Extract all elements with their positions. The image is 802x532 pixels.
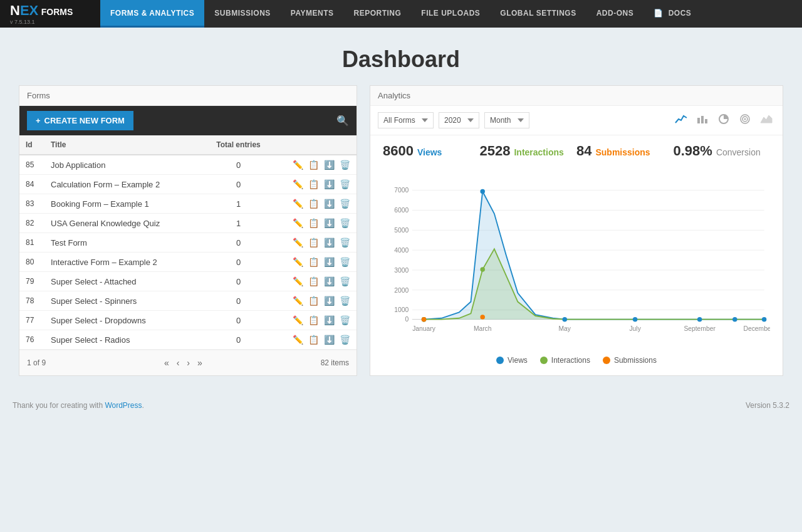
chart-type-icons [672, 113, 775, 128]
logo-version: v 7.5.13.1 [10, 19, 73, 25]
nav-item-payments[interactable]: PAYMENTS [281, 0, 344, 28]
delete-icon[interactable]: 🗑️ [340, 257, 350, 267]
nav-item-submissions[interactable]: SUBMISSIONS [204, 0, 281, 28]
legend-interactions-dot [540, 357, 548, 364]
nav-item-reporting[interactable]: REPORTING [344, 0, 412, 28]
svg-text:1000: 1000 [394, 306, 409, 313]
copy-icon[interactable]: 📋 [308, 296, 319, 306]
last-page-button[interactable]: » [195, 357, 205, 369]
delete-icon[interactable]: 🗑️ [340, 276, 350, 286]
nav-item-file-uploads[interactable]: FILE UPLOADS [411, 0, 490, 28]
row-entries: 1 [202, 214, 275, 233]
edit-icon[interactable]: ✏️ [293, 179, 303, 189]
row-title[interactable]: Super Select - Radios [44, 330, 202, 350]
edit-icon[interactable]: ✏️ [293, 276, 303, 286]
table-row: 80 Interactive Form – Example 2 0 ✏️ 📋 ⬇… [19, 253, 357, 272]
footer-wordpress-link[interactable]: WordPress [105, 401, 142, 410]
search-icon-button[interactable]: 🔍 [336, 115, 349, 127]
copy-icon[interactable]: 📋 [308, 315, 319, 325]
table-row: 84 Calculation Form – Example 2 0 ✏️ 📋 ⬇… [19, 175, 357, 194]
row-title[interactable]: Super Select - Spinners [44, 291, 202, 311]
download-icon[interactable]: ⬇️ [324, 218, 335, 228]
download-icon[interactable]: ⬇️ [324, 335, 335, 345]
target-chart-button[interactable] [736, 113, 754, 128]
edit-icon[interactable]: ✏️ [293, 237, 303, 248]
edit-icon[interactable]: ✏️ [293, 160, 303, 170]
delete-icon[interactable]: 🗑️ [340, 199, 350, 209]
svg-text:3000: 3000 [394, 267, 409, 274]
view-point-jul [633, 317, 637, 321]
delete-icon[interactable]: 🗑️ [340, 296, 350, 306]
year-filter-select[interactable]: 2020 [439, 112, 479, 128]
row-title[interactable]: Calculation Form – Example 2 [44, 175, 202, 194]
edit-icon[interactable]: ✏️ [293, 199, 303, 209]
row-entries: 0 [202, 330, 275, 350]
prev-page-button[interactable]: ‹ [174, 357, 182, 369]
interactions-label: Interactions [514, 147, 563, 157]
edit-icon[interactable]: ✏️ [293, 315, 303, 325]
copy-icon[interactable]: 📋 [308, 257, 319, 267]
line-chart-button[interactable] [672, 113, 690, 128]
nav-item-add-ons[interactable]: ADD-ONS [586, 0, 644, 28]
svg-text:March: March [474, 325, 492, 332]
copy-icon[interactable]: 📋 [308, 276, 319, 286]
first-page-button[interactable]: « [162, 357, 172, 369]
plus-icon: + [36, 116, 41, 125]
col-header-id: Id [19, 135, 44, 155]
download-icon[interactable]: ⬇️ [324, 257, 335, 267]
area-chart-button[interactable] [758, 113, 775, 128]
row-title[interactable]: Job Application [44, 155, 202, 175]
create-new-form-button[interactable]: + CREATE NEW FORM [27, 111, 133, 130]
edit-icon[interactable]: ✏️ [293, 218, 303, 228]
svg-point-6 [744, 118, 746, 120]
submissions-label: Submissions [595, 147, 650, 157]
delete-icon[interactable]: 🗑️ [340, 237, 350, 248]
row-title[interactable]: Booking Form – Example 1 [44, 194, 202, 214]
delete-icon[interactable]: 🗑️ [340, 160, 350, 170]
row-actions: ✏️ 📋 ⬇️ 🗑️ [275, 175, 357, 194]
total-pages: 9 [41, 358, 46, 367]
copy-icon[interactable]: 📋 [308, 237, 319, 248]
delete-icon[interactable]: 🗑️ [340, 315, 350, 325]
row-title[interactable]: Test Form [44, 233, 202, 253]
copy-icon[interactable]: 📋 [308, 335, 319, 345]
row-title[interactable]: USA General Knowledge Quiz [44, 214, 202, 233]
page-title: Dashboard [0, 46, 802, 73]
delete-icon[interactable]: 🗑️ [340, 218, 350, 228]
edit-icon[interactable]: ✏️ [293, 257, 303, 267]
row-title[interactable]: Interactive Form – Example 2 [44, 253, 202, 272]
next-page-button[interactable]: › [184, 357, 192, 369]
period-filter-select[interactable]: Month [484, 112, 529, 128]
row-actions: ✏️ 📋 ⬇️ 🗑️ [275, 272, 357, 291]
logo-forms: FORMS [41, 7, 73, 17]
nav-item-forms-analytics[interactable]: FORMS & ANALYTICS [100, 0, 204, 28]
pie-chart-button[interactable] [715, 113, 732, 128]
col-header-entries: Total entries [202, 135, 275, 155]
download-icon[interactable]: ⬇️ [324, 237, 335, 248]
delete-icon[interactable]: 🗑️ [340, 335, 350, 345]
download-icon[interactable]: ⬇️ [324, 179, 335, 189]
download-icon[interactable]: ⬇️ [324, 199, 335, 209]
download-icon[interactable]: ⬇️ [324, 160, 335, 170]
row-id: 76 [19, 330, 44, 350]
copy-icon[interactable]: 📋 [308, 160, 319, 170]
svg-text:July: July [629, 325, 641, 332]
row-actions: ✏️ 📋 ⬇️ 🗑️ [275, 194, 357, 214]
bar-chart-button[interactable] [694, 113, 711, 128]
delete-icon[interactable]: 🗑️ [340, 179, 350, 189]
copy-icon[interactable]: 📋 [308, 218, 319, 228]
nav-item-docs[interactable]: 📄 DOCS [643, 0, 701, 28]
download-icon[interactable]: ⬇️ [324, 315, 335, 325]
forms-filter-select[interactable]: All Forms [378, 112, 434, 128]
download-icon[interactable]: ⬇️ [324, 296, 335, 306]
nav-item-global-settings[interactable]: GLOBAL SETTINGS [490, 0, 586, 28]
edit-icon[interactable]: ✏️ [293, 296, 303, 306]
view-point-mar [480, 189, 484, 194]
copy-icon[interactable]: 📋 [308, 199, 319, 209]
row-title[interactable]: Super Select - Dropdowns [44, 311, 202, 330]
views-label: Views [417, 147, 442, 157]
copy-icon[interactable]: 📋 [308, 179, 319, 189]
download-icon[interactable]: ⬇️ [324, 276, 335, 286]
row-title[interactable]: Super Select - Attached [44, 272, 202, 291]
edit-icon[interactable]: ✏️ [293, 335, 303, 345]
